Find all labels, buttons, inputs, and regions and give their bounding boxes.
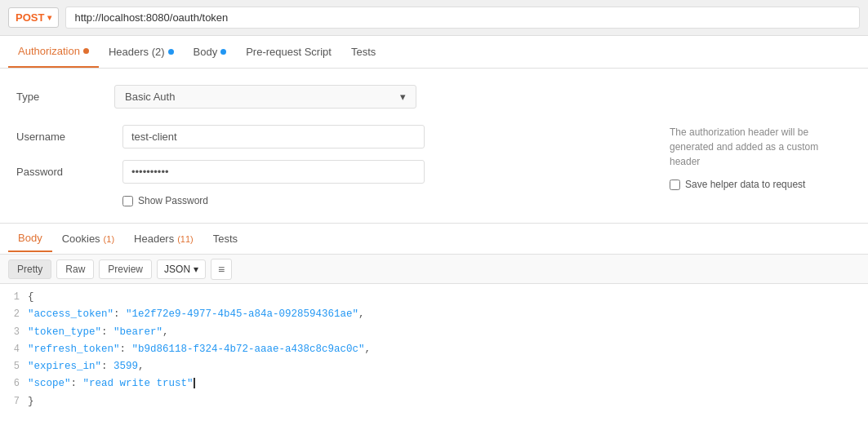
preview-button[interactable]: Preview [99,259,152,279]
top-tabs-row: Authorization Headers (2) Body Pre-reque… [0,36,868,69]
pretty-button[interactable]: Pretty [8,259,51,279]
password-row: Password [16,160,653,184]
code-line-6: 6 "scope": "read write trust" [0,375,868,392]
type-row: Type Basic Auth ▾ [16,85,852,109]
username-row: Username [16,125,653,149]
cred-form: Username Password Show Password [16,125,653,206]
helper-text: The authorization header will be generat… [670,125,849,169]
top-bar: POST ▾ [0,0,868,36]
code-line-1: 1 { [0,289,868,306]
helper-save-row: Save helper data to request [670,177,849,192]
method-chevron-icon: ▾ [47,13,51,22]
password-input[interactable] [122,160,425,184]
format-select[interactable]: JSON ▾ [157,259,206,279]
format-label: JSON [164,264,190,275]
code-line-4: 4 "refresh_token": "b9d86118-f324-4b72-a… [0,341,868,358]
show-password-row: Show Password [122,195,653,206]
code-line-2: 2 "access_token": "1e2f72e9-4977-4b45-a8… [0,306,868,323]
show-password-label: Show Password [138,195,208,206]
bottom-tab-headers[interactable]: Headers (11) [124,226,203,251]
headers-dot [168,49,174,55]
credentials-section: Username Password Show Password The auth… [16,125,852,206]
method-selector[interactable]: POST ▾ [8,7,59,28]
authorization-dot [83,48,89,54]
save-helper-label: Save helper data to request [685,177,805,192]
format-chevron-icon: ▾ [194,264,198,275]
code-line-3: 3 "token_type": "bearer", [0,324,868,341]
password-label: Password [16,166,114,178]
show-password-checkbox[interactable] [122,196,133,206]
tab-body[interactable]: Body [184,36,237,68]
type-label: Type [16,91,114,103]
bottom-tab-cookies[interactable]: Cookies (1) [52,226,124,251]
body-dot [220,49,226,55]
auth-section: Type Basic Auth ▾ Username Password Show… [0,69,868,224]
tab-authorization[interactable]: Authorization [8,36,99,68]
bottom-tab-body[interactable]: Body [8,225,52,252]
helper-info-section: The authorization header will be generat… [670,125,849,206]
code-line-5: 5 "expires_in": 3599, [0,358,868,375]
tab-tests[interactable]: Tests [341,36,385,68]
raw-button[interactable]: Raw [56,259,94,279]
url-input[interactable] [65,7,860,29]
bottom-tab-tests[interactable]: Tests [203,226,247,251]
wrap-icon: ≡ [218,263,225,276]
type-value: Basic Auth [125,91,175,103]
type-chevron-icon: ▾ [400,91,406,103]
bottom-tabs-row: Body Cookies (1) Headers (11) Tests [0,224,868,255]
tab-pre-request-script[interactable]: Pre-request Script [236,36,341,68]
username-input[interactable] [122,125,425,149]
bottom-toolbar: Pretty Raw Preview JSON ▾ ≡ [0,255,868,284]
save-helper-checkbox[interactable] [670,180,680,190]
wrap-button[interactable]: ≡ [211,259,232,280]
username-label: Username [16,131,114,143]
code-line-7: 7 } [0,393,868,410]
code-area: 1 { 2 "access_token": "1e2f72e9-4977-4b4… [0,284,868,439]
type-select[interactable]: Basic Auth ▾ [114,85,416,109]
method-label: POST [16,11,44,24]
tab-headers[interactable]: Headers (2) [99,36,184,68]
